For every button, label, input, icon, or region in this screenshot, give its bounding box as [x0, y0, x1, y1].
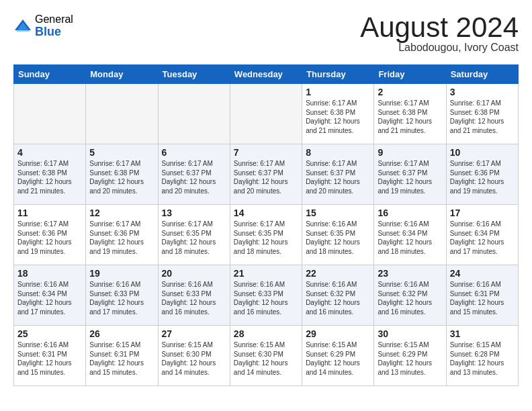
calendar-cell: 29Sunrise: 6:15 AM Sunset: 6:29 PM Dayli… — [302, 326, 374, 386]
calendar-cell: 5Sunrise: 6:17 AM Sunset: 6:38 PM Daylig… — [86, 144, 158, 205]
day-number: 9 — [378, 147, 442, 158]
calendar-cell: 14Sunrise: 6:17 AM Sunset: 6:35 PM Dayli… — [230, 205, 302, 265]
day-number: 16 — [378, 208, 442, 218]
day-number: 12 — [89, 208, 154, 218]
day-number: 25 — [17, 328, 82, 339]
day-info: Sunrise: 6:17 AM Sunset: 6:36 PM Dayligh… — [17, 220, 82, 256]
calendar-cell: 25Sunrise: 6:16 AM Sunset: 6:31 PM Dayli… — [14, 326, 86, 386]
day-number: 18 — [17, 268, 82, 279]
calendar-cell: 18Sunrise: 6:16 AM Sunset: 6:34 PM Dayli… — [14, 265, 86, 326]
calendar-week-row: 11Sunrise: 6:17 AM Sunset: 6:36 PM Dayli… — [14, 205, 519, 265]
page-header: General Blue August 2024 Labodougou, Ivo… — [13, 13, 519, 54]
day-info: Sunrise: 6:17 AM Sunset: 6:35 PM Dayligh… — [162, 220, 226, 256]
month-title: August 2024 — [360, 13, 519, 42]
day-info: Sunrise: 6:16 AM Sunset: 6:31 PM Dayligh… — [17, 340, 82, 377]
calendar-cell: 24Sunrise: 6:16 AM Sunset: 6:31 PM Dayli… — [446, 265, 518, 326]
day-info: Sunrise: 6:17 AM Sunset: 6:38 PM Dayligh… — [89, 159, 154, 195]
subtitle: Labodougou, Ivory Coast — [360, 42, 519, 54]
day-number: 14 — [234, 208, 298, 218]
day-info: Sunrise: 6:15 AM Sunset: 6:29 PM Dayligh… — [378, 340, 442, 377]
weekday-header: Saturday — [446, 65, 518, 84]
day-info: Sunrise: 6:15 AM Sunset: 6:30 PM Dayligh… — [162, 340, 226, 377]
calendar-cell: 11Sunrise: 6:17 AM Sunset: 6:36 PM Dayli… — [14, 205, 86, 265]
day-info: Sunrise: 6:17 AM Sunset: 6:37 PM Dayligh… — [234, 159, 298, 195]
day-number: 17 — [450, 208, 515, 218]
calendar-cell: 3Sunrise: 6:17 AM Sunset: 6:38 PM Daylig… — [446, 84, 518, 144]
calendar-cell: 10Sunrise: 6:17 AM Sunset: 6:36 PM Dayli… — [446, 144, 518, 205]
calendar-cell — [14, 84, 86, 144]
calendar-cell: 1Sunrise: 6:17 AM Sunset: 6:38 PM Daylig… — [302, 84, 374, 144]
day-info: Sunrise: 6:15 AM Sunset: 6:29 PM Dayligh… — [306, 340, 370, 377]
calendar-cell: 15Sunrise: 6:16 AM Sunset: 6:35 PM Dayli… — [302, 205, 374, 265]
calendar-cell: 26Sunrise: 6:15 AM Sunset: 6:31 PM Dayli… — [86, 326, 158, 386]
day-number: 15 — [306, 208, 370, 218]
calendar-table: SundayMondayTuesdayWednesdayThursdayFrid… — [13, 64, 519, 386]
logo-general: General — [35, 13, 73, 26]
calendar-cell: 7Sunrise: 6:17 AM Sunset: 6:37 PM Daylig… — [230, 144, 302, 205]
day-info: Sunrise: 6:17 AM Sunset: 6:38 PM Dayligh… — [450, 99, 515, 135]
day-info: Sunrise: 6:17 AM Sunset: 6:36 PM Dayligh… — [89, 220, 154, 256]
calendar-week-row: 1Sunrise: 6:17 AM Sunset: 6:38 PM Daylig… — [14, 84, 519, 144]
calendar-cell: 28Sunrise: 6:15 AM Sunset: 6:30 PM Dayli… — [230, 326, 302, 386]
calendar-cell: 6Sunrise: 6:17 AM Sunset: 6:37 PM Daylig… — [158, 144, 230, 205]
day-number: 19 — [89, 268, 154, 279]
day-number: 28 — [234, 328, 298, 339]
day-number: 26 — [89, 328, 154, 339]
calendar-cell: 9Sunrise: 6:17 AM Sunset: 6:37 PM Daylig… — [374, 144, 446, 205]
logo-text: General Blue — [35, 13, 73, 38]
day-info: Sunrise: 6:16 AM Sunset: 6:35 PM Dayligh… — [306, 220, 370, 256]
day-number: 31 — [450, 328, 515, 339]
day-info: Sunrise: 6:15 AM Sunset: 6:30 PM Dayligh… — [234, 340, 298, 377]
weekday-header: Sunday — [14, 65, 86, 84]
calendar-week-row: 18Sunrise: 6:16 AM Sunset: 6:34 PM Dayli… — [14, 265, 519, 326]
calendar-cell: 19Sunrise: 6:16 AM Sunset: 6:33 PM Dayli… — [86, 265, 158, 326]
weekday-header: Tuesday — [158, 65, 230, 84]
calendar-cell: 27Sunrise: 6:15 AM Sunset: 6:30 PM Dayli… — [158, 326, 230, 386]
day-number: 29 — [306, 328, 370, 339]
calendar-cell: 12Sunrise: 6:17 AM Sunset: 6:36 PM Dayli… — [86, 205, 158, 265]
day-number: 4 — [17, 147, 82, 158]
day-info: Sunrise: 6:17 AM Sunset: 6:35 PM Dayligh… — [234, 220, 298, 256]
day-info: Sunrise: 6:17 AM Sunset: 6:36 PM Dayligh… — [450, 159, 515, 195]
calendar-cell — [230, 84, 302, 144]
day-info: Sunrise: 6:15 AM Sunset: 6:31 PM Dayligh… — [89, 340, 154, 377]
calendar-cell — [86, 84, 158, 144]
day-number: 6 — [162, 147, 226, 158]
day-number: 20 — [162, 268, 226, 279]
day-number: 7 — [234, 147, 298, 158]
day-info: Sunrise: 6:15 AM Sunset: 6:28 PM Dayligh… — [450, 340, 515, 377]
day-info: Sunrise: 6:16 AM Sunset: 6:33 PM Dayligh… — [162, 280, 226, 316]
day-number: 13 — [162, 208, 226, 218]
day-info: Sunrise: 6:17 AM Sunset: 6:38 PM Dayligh… — [306, 99, 370, 135]
day-info: Sunrise: 6:17 AM Sunset: 6:38 PM Dayligh… — [378, 99, 442, 135]
day-number: 5 — [89, 147, 154, 158]
day-info: Sunrise: 6:16 AM Sunset: 6:34 PM Dayligh… — [378, 220, 442, 256]
calendar-cell: 31Sunrise: 6:15 AM Sunset: 6:28 PM Dayli… — [446, 326, 518, 386]
day-info: Sunrise: 6:17 AM Sunset: 6:38 PM Dayligh… — [17, 159, 82, 195]
calendar-cell — [158, 84, 230, 144]
day-number: 27 — [162, 328, 226, 339]
day-info: Sunrise: 6:16 AM Sunset: 6:33 PM Dayligh… — [234, 280, 298, 316]
calendar-week-row: 4Sunrise: 6:17 AM Sunset: 6:38 PM Daylig… — [14, 144, 519, 205]
day-number: 30 — [378, 328, 442, 339]
day-info: Sunrise: 6:17 AM Sunset: 6:37 PM Dayligh… — [378, 159, 442, 195]
day-info: Sunrise: 6:16 AM Sunset: 6:34 PM Dayligh… — [450, 220, 515, 256]
logo: General Blue — [13, 13, 73, 38]
day-number: 3 — [450, 87, 515, 97]
day-number: 2 — [378, 87, 442, 97]
day-number: 21 — [234, 268, 298, 279]
day-info: Sunrise: 6:17 AM Sunset: 6:37 PM Dayligh… — [162, 159, 226, 195]
weekday-header: Friday — [374, 65, 446, 84]
day-info: Sunrise: 6:17 AM Sunset: 6:37 PM Dayligh… — [306, 159, 370, 195]
day-info: Sunrise: 6:16 AM Sunset: 6:32 PM Dayligh… — [306, 280, 370, 316]
calendar-cell: 21Sunrise: 6:16 AM Sunset: 6:33 PM Dayli… — [230, 265, 302, 326]
weekday-header-row: SundayMondayTuesdayWednesdayThursdayFrid… — [14, 65, 519, 84]
day-number: 24 — [450, 268, 515, 279]
calendar-cell: 4Sunrise: 6:17 AM Sunset: 6:38 PM Daylig… — [14, 144, 86, 205]
logo-blue: Blue — [35, 26, 73, 39]
calendar-cell: 30Sunrise: 6:15 AM Sunset: 6:29 PM Dayli… — [374, 326, 446, 386]
weekday-header: Wednesday — [230, 65, 302, 84]
logo-icon — [13, 17, 32, 36]
day-info: Sunrise: 6:16 AM Sunset: 6:32 PM Dayligh… — [378, 280, 442, 316]
day-info: Sunrise: 6:16 AM Sunset: 6:34 PM Dayligh… — [17, 280, 82, 316]
